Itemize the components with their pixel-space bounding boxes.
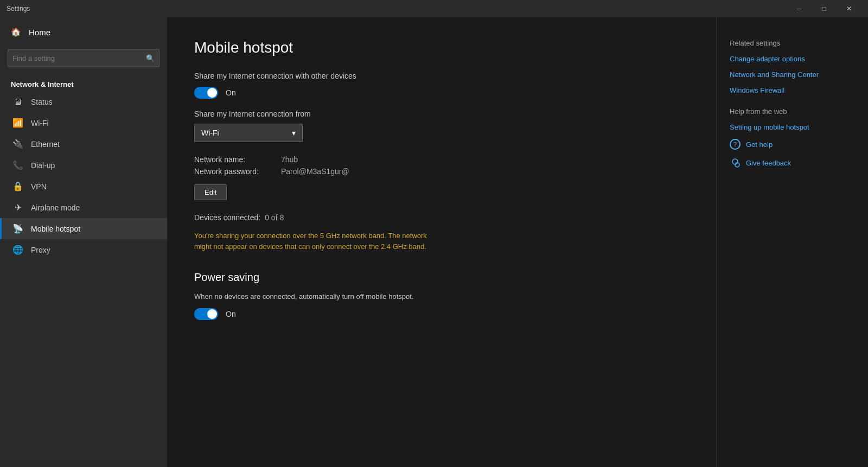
chevron-down-icon: ▾ [292, 129, 296, 137]
devices-connected-label: Devices connected: [194, 213, 260, 222]
get-help-label: Get help [746, 140, 773, 149]
wifi-icon: 📶 [12, 118, 23, 128]
sidebar-section-label: Network & Internet [0, 76, 167, 92]
sidebar-item-status[interactable]: 🖥 Status [0, 92, 167, 112]
sidebar-item-label: VPN [31, 182, 47, 191]
give-feedback-item[interactable]: Give feedback [730, 157, 855, 168]
sidebar-item-wifi[interactable]: 📶 Wi-Fi [0, 112, 167, 133]
sidebar-item-label: Airplane mode [31, 203, 80, 212]
related-settings-title: Related settings [730, 39, 855, 47]
sidebar-item-ethernet[interactable]: 🔌 Ethernet [0, 133, 167, 155]
give-feedback-icon [730, 157, 741, 168]
sidebar-item-dialup[interactable]: 📞 Dial-up [0, 155, 167, 176]
connection-source-dropdown[interactable]: Wi-Fi ▾ [194, 124, 303, 142]
give-feedback-label: Give feedback [746, 159, 791, 167]
minimize-button[interactable]: ─ [787, 0, 812, 17]
sidebar: 🏠 Home 🔍 Network & Internet 🖥 Status 📶 W… [0, 17, 167, 467]
warning-text: You're sharing your connection over the … [194, 231, 433, 252]
sidebar-item-airplane[interactable]: ✈ Airplane mode [0, 197, 167, 218]
dropdown-value: Wi-Fi [201, 129, 219, 137]
share-connection-label: Share my Internet connection with other … [194, 72, 689, 80]
sidebar-item-hotspot[interactable]: 📡 Mobile hotspot [0, 218, 167, 239]
search-input[interactable] [12, 54, 146, 62]
titlebar-title: Settings [7, 5, 787, 12]
network-info-grid: Network name: 7hub Network password: Par… [194, 155, 689, 176]
get-help-icon: ? [730, 139, 741, 150]
titlebar: Settings ─ □ ✕ [0, 0, 868, 17]
page-title: Mobile hotspot [194, 39, 689, 56]
windows-firewall-link[interactable]: Windows Firewall [730, 86, 855, 94]
sidebar-item-label: Wi-Fi [31, 119, 49, 127]
sidebar-item-proxy[interactable]: 🌐 Proxy [0, 239, 167, 260]
ethernet-icon: 🔌 [12, 139, 23, 149]
devices-connected-value: 0 of 8 [265, 213, 284, 222]
airplane-icon: ✈ [12, 202, 23, 213]
sidebar-item-label: Proxy [31, 246, 50, 254]
devices-connected-row: Devices connected: 0 of 8 [194, 213, 689, 222]
sidebar-item-vpn[interactable]: 🔒 VPN [0, 176, 167, 197]
share-toggle-row: On [194, 87, 689, 99]
share-toggle[interactable] [194, 87, 218, 99]
get-help-item[interactable]: ? Get help [730, 139, 855, 150]
edit-button[interactable]: Edit [194, 184, 227, 200]
vpn-icon: 🔒 [12, 181, 23, 191]
network-name-value: 7hub [281, 155, 689, 164]
search-icon: 🔍 [146, 54, 155, 62]
power-saving-title: Power saving [194, 271, 689, 284]
maximize-button[interactable]: □ [812, 0, 837, 17]
network-password-value: Parol@M3aS1gur@ [281, 167, 689, 176]
hotspot-icon: 📡 [12, 223, 23, 234]
home-label: Home [29, 28, 50, 37]
power-saving-desc: When no devices are connected, automatic… [194, 292, 689, 300]
dialup-icon: 📞 [12, 160, 23, 170]
help-from-web-title: Help from the web [730, 107, 855, 116]
network-sharing-center-link[interactable]: Network and Sharing Center [730, 71, 855, 79]
sidebar-item-label: Ethernet [31, 140, 60, 149]
network-password-label: Network password: [194, 167, 281, 176]
status-icon: 🖥 [12, 97, 23, 107]
power-saving-toggle[interactable] [194, 308, 218, 320]
titlebar-controls: ─ □ ✕ [787, 0, 861, 17]
power-saving-toggle-row: On [194, 308, 689, 320]
power-saving-toggle-label: On [226, 310, 236, 318]
network-name-label: Network name: [194, 155, 281, 164]
sidebar-item-label: Mobile hotspot [31, 225, 80, 233]
share-from-label: Share my Internet connection from [194, 110, 689, 118]
setting-up-hotspot-link[interactable]: Setting up mobile hotspot [730, 123, 855, 131]
home-icon: 🏠 [11, 27, 21, 37]
change-adapter-options-link[interactable]: Change adapter options [730, 55, 855, 63]
sidebar-home-button[interactable]: 🏠 Home [0, 17, 167, 47]
share-toggle-label: On [226, 88, 236, 97]
sidebar-item-label: Dial-up [31, 161, 55, 170]
close-button[interactable]: ✕ [837, 0, 861, 17]
sidebar-item-label: Status [31, 98, 53, 106]
app-body: 🏠 Home 🔍 Network & Internet 🖥 Status 📶 W… [0, 17, 868, 467]
main-content: Mobile hotspot Share my Internet connect… [167, 17, 716, 467]
proxy-icon: 🌐 [12, 245, 23, 255]
search-box[interactable]: 🔍 [8, 49, 159, 67]
right-panel: Related settings Change adapter options … [716, 17, 868, 467]
